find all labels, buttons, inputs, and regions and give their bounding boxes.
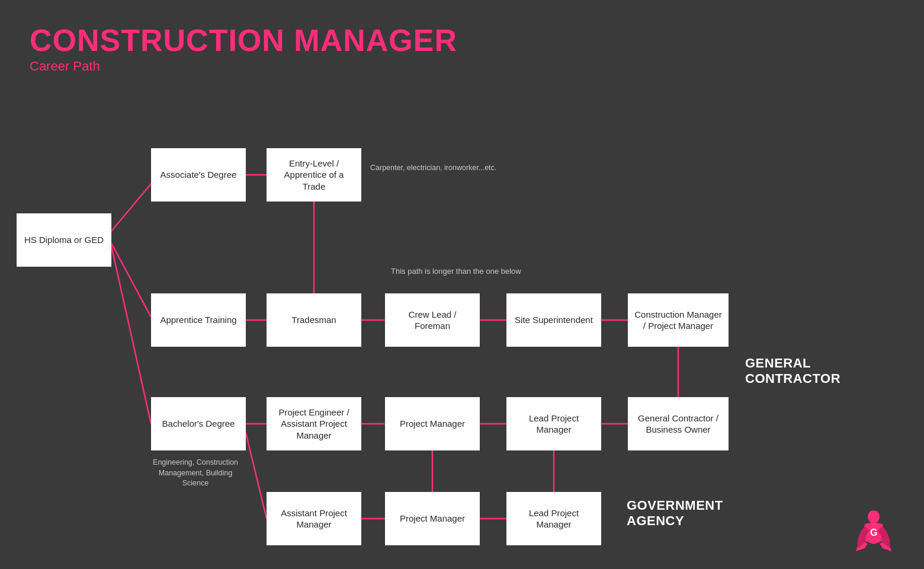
- box-entry-level: Entry-Level / Apprentice of a Trade: [267, 148, 361, 202]
- box-proj-mgr1: Project Manager: [385, 397, 480, 450]
- box-proj-mgr1-label: Project Manager: [400, 418, 465, 430]
- path-note: This path is longer than the one below: [391, 267, 521, 276]
- box-const-mgr: Construction Manager / Project Manager: [628, 293, 729, 347]
- box-site-super: Site Superintendent: [506, 293, 601, 347]
- box-entry-level-label: Entry-Level / Apprentice of a Trade: [272, 158, 355, 193]
- label-bachelors-sub: Engineering, ConstructionManagement, Bui…: [142, 458, 249, 489]
- svg-line-0: [111, 184, 151, 231]
- box-apprentice-training-label: Apprentice Training: [160, 314, 236, 326]
- page: CONSTRUCTION MANAGER Career Path: [0, 0, 924, 569]
- box-proj-mgr2: Project Manager: [385, 492, 480, 545]
- page-subtitle: Career Path: [30, 59, 894, 74]
- box-lead-pm2: Lead Project Manager: [506, 492, 601, 545]
- box-gc-owner-label: General Contractor / Business Owner: [634, 413, 723, 436]
- box-proj-eng: Project Engineer / Assistant Project Man…: [267, 397, 361, 450]
- header-section: CONSTRUCTION MANAGER Career Path: [30, 24, 894, 74]
- svg-point-19: [868, 510, 880, 523]
- box-tradesman-label: Tradesman: [291, 314, 336, 326]
- label-government-agency: GOVERNMENTAGENCY: [627, 498, 723, 529]
- box-associates-label: Associate's Degree: [161, 169, 237, 181]
- box-proj-eng-label: Project Engineer / Assistant Project Man…: [272, 407, 355, 442]
- svg-text:G: G: [870, 528, 877, 538]
- mascot-icon: G: [853, 510, 894, 557]
- box-asst-pm-label: Assistant Project Manager: [272, 507, 355, 530]
- box-tradesman: Tradesman: [267, 293, 361, 347]
- box-site-super-label: Site Superintendent: [515, 314, 593, 326]
- box-bachelors: Bachelor's Degree: [151, 397, 246, 450]
- box-bachelors-label: Bachelor's Degree: [162, 418, 235, 430]
- svg-line-2: [111, 246, 151, 424]
- box-proj-mgr2-label: Project Manager: [400, 513, 465, 525]
- box-gc-owner: General Contractor / Business Owner: [628, 397, 729, 450]
- diagram-area: HS Diploma or GED Associate's Degree Ent…: [0, 83, 924, 569]
- label-general-contractor: GENERALCONTRACTOR: [745, 356, 840, 387]
- page-title: CONSTRUCTION MANAGER: [30, 24, 894, 57]
- box-const-mgr-label: Construction Manager / Project Manager: [634, 309, 723, 332]
- box-lead-pm1: Lead Project Manager: [506, 397, 601, 450]
- box-apprentice-training: Apprentice Training: [151, 293, 246, 347]
- svg-line-1: [111, 243, 151, 317]
- svg-line-14: [246, 433, 267, 519]
- box-lead-pm2-label: Lead Project Manager: [512, 507, 595, 530]
- box-crew-lead-label: Crew Lead / Foreman: [391, 309, 474, 332]
- box-hs-diploma: HS Diploma or GED: [17, 213, 111, 267]
- box-crew-lead: Crew Lead / Foreman: [385, 293, 480, 347]
- label-carpenter: Carpenter, electrician, ironworker...etc…: [370, 163, 496, 174]
- box-lead-pm1-label: Lead Project Manager: [512, 413, 595, 436]
- box-hs-diploma-label: HS Diploma or GED: [24, 234, 104, 246]
- box-asst-pm: Assistant Project Manager: [267, 492, 361, 545]
- box-associates: Associate's Degree: [151, 148, 246, 202]
